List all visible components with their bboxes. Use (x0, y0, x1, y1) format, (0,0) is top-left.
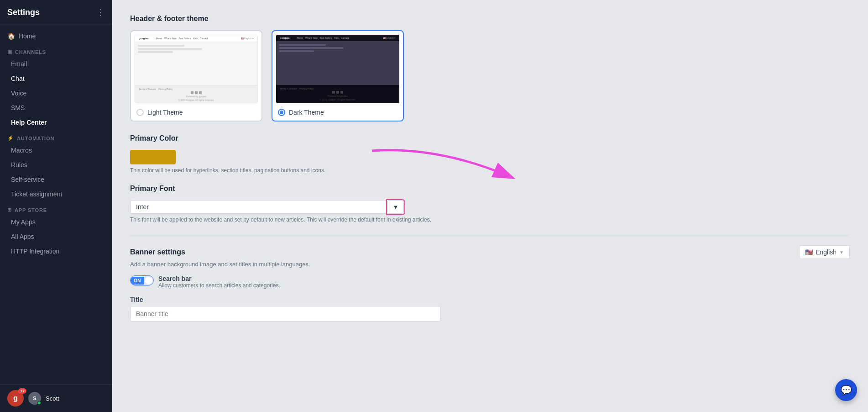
sidebar-item-macros[interactable]: Macros (0, 143, 112, 158)
search-bar-toggle[interactable]: ON (130, 275, 154, 285)
search-bar-info: Search bar Allow customers to search art… (158, 275, 280, 289)
section-divider (130, 236, 850, 236)
automation-section-icon: ⚡ (7, 135, 14, 141)
search-bar-label: Search bar (158, 275, 280, 282)
voice-label: Voice (11, 90, 26, 97)
toggle-handle (145, 277, 152, 284)
banner-header: Banner settings 🇺🇸 English ▼ (130, 245, 850, 259)
banner-settings-title: Banner settings (130, 248, 185, 256)
self-service-label: Self-service (11, 176, 44, 183)
primary-color-swatch[interactable] (130, 150, 176, 164)
more-options-icon[interactable]: ⋮ (96, 7, 105, 17)
font-input[interactable] (130, 200, 387, 214)
sidebar-nav: 🏠 Home ▣ CHANNELS Email Chat Voice SMS H… (0, 25, 112, 384)
home-label: Home (19, 32, 36, 40)
sidebar-footer: g 17 S Scott (0, 384, 112, 412)
notification-badge: 17 (18, 388, 26, 394)
sidebar-item-all-apps[interactable]: All Apps (0, 229, 112, 244)
sms-label: SMS (11, 104, 25, 111)
dark-theme-card[interactable]: gorgias Home What's New Best Sellers Kid… (272, 30, 404, 121)
dark-theme-label-row: Dark Theme (276, 108, 399, 117)
dark-theme-preview: gorgias Home What's New Best Sellers Kid… (276, 35, 399, 103)
language-label: English (816, 248, 837, 256)
flag-icon: 🇺🇸 (805, 248, 813, 256)
rules-label: Rules (11, 161, 27, 169)
sidebar-title: Settings (7, 8, 40, 17)
main-content: Header & footer theme gorgias Home What'… (112, 0, 868, 412)
sidebar-item-chat[interactable]: Chat (0, 71, 112, 86)
chat-widget-button[interactable]: 💬 (835, 379, 857, 401)
my-apps-label: My Apps (11, 218, 36, 226)
automation-section: ⚡ AUTOMATION (0, 130, 112, 143)
sidebar-item-rules[interactable]: Rules (0, 158, 112, 172)
light-theme-radio[interactable] (136, 109, 144, 116)
language-selector[interactable]: 🇺🇸 English ▼ (799, 245, 850, 259)
banner-section: Banner settings 🇺🇸 English ▼ Add a banne… (130, 245, 850, 322)
sidebar-item-my-apps[interactable]: My Apps (0, 215, 112, 229)
sidebar-item-ticket-assignment[interactable]: Ticket assignment (0, 187, 112, 201)
search-bar-desc: Allow customers to search articles and c… (158, 282, 280, 289)
theme-cards: gorgias Home What's New Best Sellers Kid… (130, 30, 850, 121)
channels-section-icon: ▣ (7, 49, 12, 55)
sidebar-item-http-integration[interactable]: HTTP Integration (0, 244, 112, 259)
sidebar-header: Settings ⋮ (0, 0, 112, 25)
primary-font-title: Primary Font (130, 185, 850, 193)
font-dropdown-button[interactable]: ▼ (387, 201, 404, 214)
light-theme-label-row: Light Theme (135, 108, 258, 117)
primary-color-hint: This color will be used for hyperlinks, … (130, 167, 850, 174)
primary-color-title: Primary Color (130, 134, 850, 143)
sidebar-item-self-service[interactable]: Self-service (0, 172, 112, 187)
chevron-down-icon: ▼ (393, 204, 399, 211)
chat-widget-icon: 💬 (841, 385, 852, 396)
sidebar-item-email[interactable]: Email (0, 57, 112, 71)
appstore-section: ⊞ APP STORE (0, 201, 112, 215)
lang-chevron-icon: ▼ (839, 250, 844, 255)
user-avatar: S (28, 392, 41, 405)
primary-font-section: Primary Font ▼ This font will be applied… (130, 185, 850, 223)
sidebar-item-voice[interactable]: Voice (0, 86, 112, 100)
sidebar: Settings ⋮ 🏠 Home ▣ CHANNELS Email Chat … (0, 0, 112, 412)
sidebar-item-help-center[interactable]: Help Center (0, 115, 112, 130)
home-icon: 🏠 (7, 32, 15, 40)
font-select-row: ▼ (130, 200, 404, 214)
http-integration-label: HTTP Integration (11, 248, 59, 255)
all-apps-label: All Apps (11, 233, 34, 240)
ticket-assignment-label: Ticket assignment (11, 190, 62, 198)
appstore-section-icon: ⊞ (7, 207, 12, 213)
primary-font-hint: This font will be applied to the website… (130, 217, 850, 223)
macros-label: Macros (11, 147, 32, 154)
primary-color-section: Primary Color This color will be used fo… (130, 134, 850, 174)
email-label: Email (11, 60, 27, 68)
banner-title-input[interactable] (130, 306, 440, 322)
sidebar-item-home[interactable]: 🏠 Home (0, 29, 112, 43)
online-status-dot (37, 401, 41, 405)
help-center-label: Help Center (11, 119, 47, 126)
light-theme-card[interactable]: gorgias Home What's New Best Sellers Kid… (130, 30, 262, 121)
dark-theme-radio[interactable] (278, 109, 285, 116)
light-theme-preview: gorgias Home What's New Best Sellers Kid… (135, 35, 258, 103)
user-avatar-initial: S (33, 396, 36, 401)
user-name-label: Scott (46, 395, 59, 402)
banner-settings-desc: Add a banner background image and set ti… (130, 261, 850, 268)
title-field-label: Title (130, 296, 850, 303)
search-bar-toggle-row: ON Search bar Allow customers to search … (130, 275, 850, 289)
light-theme-text: Light Theme (147, 109, 183, 116)
gorgias-avatar[interactable]: g 17 (7, 390, 24, 407)
channels-section: ▣ CHANNELS (0, 43, 112, 57)
dark-theme-text: Dark Theme (289, 109, 324, 116)
toggle-on-label: ON (131, 277, 144, 285)
header-footer-section-title: Header & footer theme (130, 15, 850, 23)
chat-label: Chat (11, 75, 25, 82)
sidebar-item-sms[interactable]: SMS (0, 100, 112, 115)
